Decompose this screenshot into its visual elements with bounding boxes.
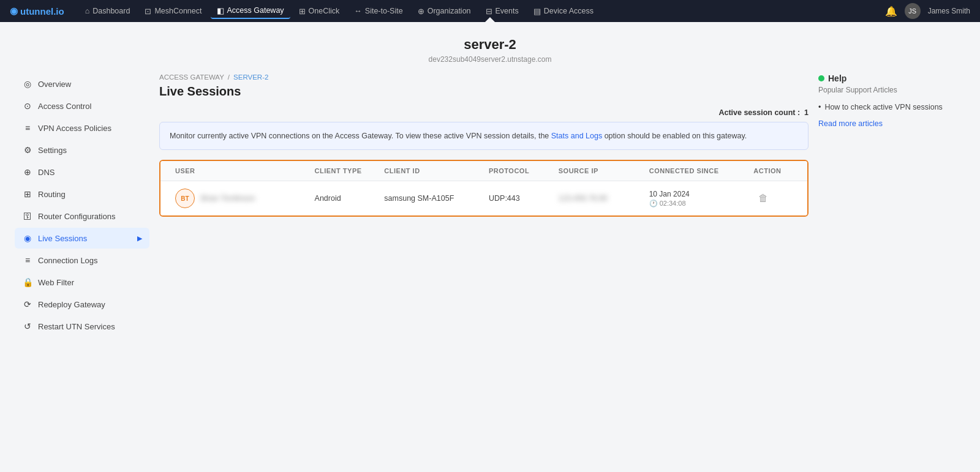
user-name: Brian Tomlinson: [201, 194, 255, 203]
sidebar-icon-settings: ⚙: [22, 145, 33, 155]
nav-icon-device-access: ▤: [533, 7, 541, 16]
sidebar-icon-access-control: ⊙: [22, 101, 33, 111]
sidebar-label-access-control: Access Control: [38, 102, 91, 111]
sidebar-icon-redeploy-gateway: ⟳: [22, 299, 33, 309]
table-cell-action: 🗑: [748, 183, 797, 214]
breadcrumb: ACCESS GATEWAY / SERVER-2: [159, 73, 809, 81]
sidebar-item-overview[interactable]: ◎Overview: [15, 73, 149, 94]
logo-icon: ◉: [10, 6, 18, 17]
nav-icon-organization: ⊕: [418, 7, 424, 16]
notifications-icon[interactable]: 🔔: [885, 6, 897, 17]
top-navigation: ◉ utunnel.io ⌂Dashboard⊡MeshConnect◧Acce…: [0, 0, 980, 22]
sidebar-icon-vpn-access-policies: ≡: [22, 123, 33, 133]
sidebar-icon-web-filter: 🔒: [22, 277, 33, 287]
sessions-table: USERCLIENT TYPECLIENT IDPROTOCOLSOURCE I…: [159, 160, 809, 217]
sidebar-item-web-filter[interactable]: 🔒Web Filter: [15, 272, 149, 293]
sidebar-icon-overview: ◎: [22, 79, 33, 89]
session-count-label: Active session count :: [718, 108, 800, 117]
nav-icon-meshconnect: ⊡: [145, 7, 151, 16]
table-header-source-ip: SOURCE IP: [554, 161, 644, 181]
main-content: ACCESS GATEWAY / SERVER-2 Live Sessions …: [159, 73, 809, 457]
table-cell-source-ip: 123.456.78.90: [554, 187, 644, 210]
info-text-after: option should be enabled on this gateway…: [602, 132, 747, 140]
help-subtitle: Popular Support Articles: [818, 86, 965, 94]
table-header-client-type: CLIENT TYPE: [310, 161, 380, 181]
sidebar-item-vpn-access-policies[interactable]: ≡VPN Access Policies: [15, 118, 149, 138]
page-header: server-2 dev232sub4049server2.utnstage.c…: [0, 22, 980, 73]
table-header-connected-since: CONNECTED SINCE: [644, 161, 749, 181]
sidebar-label-restart-utn-services: Restart UTN Services: [38, 322, 115, 331]
sidebar-icon-connection-logs: ≡: [22, 255, 33, 265]
sidebar-item-live-sessions[interactable]: ◉Live Sessions▶: [15, 228, 149, 249]
breadcrumb-parent[interactable]: ACCESS GATEWAY: [159, 73, 224, 81]
sidebar-label-overview: Overview: [38, 80, 71, 89]
sidebar-item-redeploy-gateway[interactable]: ⟳Redeploy Gateway: [15, 294, 149, 315]
nav-item-site-to-site[interactable]: ↔Site-to-Site: [348, 4, 409, 18]
read-more-link[interactable]: Read more articles: [818, 119, 883, 128]
user-avatar: BT: [175, 189, 195, 208]
table-header-client-id: CLIENT ID: [379, 161, 484, 181]
delete-session-button[interactable]: 🗑: [753, 190, 773, 206]
nav-item-oneclick[interactable]: ⊞OneClick: [293, 4, 346, 18]
session-count-value: 1: [804, 108, 809, 117]
sidebar-item-settings[interactable]: ⚙Settings: [15, 140, 149, 160]
table-cell-user: BT Brian Tomlinson: [170, 181, 310, 215]
sidebar-icon-routing: ⊞: [22, 189, 33, 199]
nav-items: ⌂Dashboard⊡MeshConnect◧Access Gateway⊞On…: [79, 4, 885, 19]
sidebar-item-access-control[interactable]: ⊙Access Control: [15, 96, 149, 116]
sidebar-item-restart-utn-services[interactable]: ↺Restart UTN Services: [15, 316, 149, 337]
nav-item-meshconnect[interactable]: ⊡MeshConnect: [138, 4, 208, 18]
table-header-protocol: PROTOCOL: [484, 161, 554, 181]
table-row: BT Brian Tomlinson Android samsung SM-A1…: [160, 181, 807, 215]
active-indicator: [485, 17, 495, 22]
table-cell-client-type: Android: [310, 187, 380, 210]
table-body: BT Brian Tomlinson Android samsung SM-A1…: [160, 181, 807, 215]
table-header-user: USER: [170, 161, 310, 181]
server-title: server-2: [0, 37, 980, 53]
sidebar-icon-restart-utn-services: ↺: [22, 321, 33, 331]
sidebar-icon-router-configurations: ⚿: [22, 211, 33, 221]
nav-icon-oneclick: ⊞: [299, 7, 306, 16]
clock-icon: 🕐: [649, 200, 658, 208]
logo-text: utunnel.io: [20, 6, 64, 17]
help-status-dot: [818, 75, 824, 81]
help-article: How to check active VPN sessions: [818, 103, 965, 111]
sidebar-label-redeploy-gateway: Redeploy Gateway: [38, 300, 105, 309]
sidebar-icon-dns: ⊕: [22, 167, 33, 177]
info-text-before: Monitor currently active VPN connections…: [170, 132, 551, 140]
sidebar-label-live-sessions: Live Sessions: [38, 234, 87, 243]
app-logo[interactable]: ◉ utunnel.io: [10, 6, 64, 17]
nav-right: 🔔 JS James Smith: [885, 3, 970, 19]
sidebar-item-dns[interactable]: ⊕DNS: [15, 162, 149, 182]
sidebar-icon-live-sessions: ◉: [22, 233, 33, 243]
avatar[interactable]: JS: [905, 3, 921, 19]
help-title: Help: [818, 73, 965, 83]
nav-item-device-access[interactable]: ▤Device Access: [527, 4, 600, 18]
nav-item-dashboard[interactable]: ⌂Dashboard: [79, 4, 137, 18]
sidebar-label-dns: DNS: [38, 168, 55, 177]
sidebar-item-connection-logs[interactable]: ≡Connection Logs: [15, 250, 149, 271]
main-layout: ◎Overview⊙Access Control≡VPN Access Poli…: [0, 73, 980, 472]
nav-item-organization[interactable]: ⊕Organization: [412, 4, 477, 18]
nav-icon-events: ⊟: [486, 7, 492, 16]
table-header: USERCLIENT TYPECLIENT IDPROTOCOLSOURCE I…: [160, 161, 807, 181]
table-cell-connected-since: 10 Jan 2024 🕐02:34:08: [644, 182, 749, 215]
page-title: Live Sessions: [159, 84, 809, 99]
table-cell-protocol: UDP:443: [484, 187, 554, 210]
stats-logs-link[interactable]: Stats and Logs: [551, 132, 602, 140]
nav-item-events[interactable]: ⊟Events: [480, 4, 525, 18]
sidebar-label-connection-logs: Connection Logs: [38, 256, 98, 265]
info-banner: Monitor currently active VPN connections…: [159, 122, 809, 150]
table-header-action: ACTION: [748, 161, 797, 181]
sidebar-label-router-configurations: Router Configurations: [38, 212, 115, 221]
breadcrumb-separator: /: [228, 73, 230, 81]
username: James Smith: [928, 7, 970, 15]
sidebar-item-router-configurations[interactable]: ⚿Router Configurations: [15, 206, 149, 227]
help-articles: How to check active VPN sessions: [818, 103, 965, 111]
nav-icon-dashboard: ⌂: [85, 7, 90, 15]
sidebar-item-routing[interactable]: ⊞Routing: [15, 184, 149, 204]
sidebar-label-settings: Settings: [38, 146, 67, 155]
breadcrumb-current: SERVER-2: [233, 73, 268, 81]
nav-item-access-gateway[interactable]: ◧Access Gateway: [211, 4, 290, 19]
nav-icon-access-gateway: ◧: [217, 6, 224, 15]
